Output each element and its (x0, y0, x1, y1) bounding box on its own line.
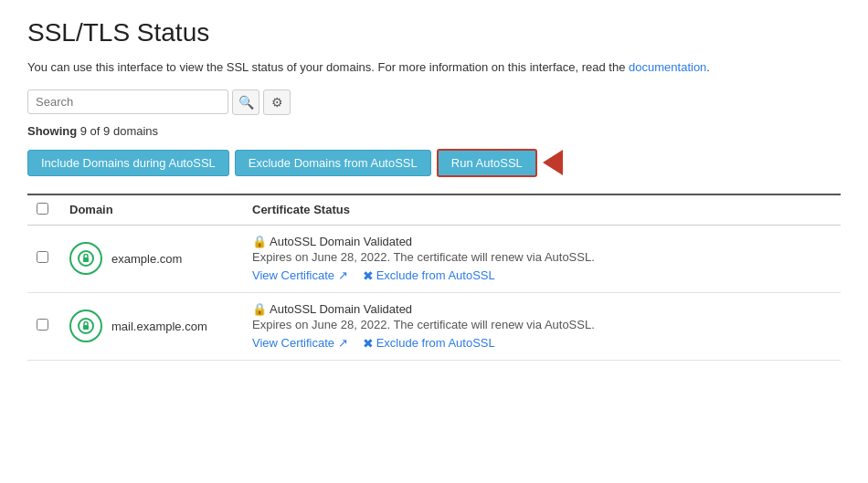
exclude-from-autossl-link-1[interactable]: Exclude from AutoSSL (376, 336, 495, 350)
status-lock-icon-1: 🔒 (252, 302, 267, 316)
search-input[interactable] (27, 89, 228, 114)
domain-icon-0 (69, 242, 102, 275)
cert-actions-0: View Certificate ↗ ✖ Exclude from AutoSS… (252, 268, 831, 283)
table-row: mail.example.com 🔒AutoSSL Domain Validat… (27, 292, 841, 360)
row-status-cell: 🔒AutoSSL Domain Validated Expires on Jun… (243, 292, 841, 360)
page-title: SSL/TLS Status (27, 18, 841, 47)
row-domain-cell: mail.example.com (60, 292, 243, 360)
exclude-icon-1: ✖ (363, 336, 374, 351)
showing-text: Showing 9 of 9 domains (27, 124, 841, 138)
domain-table-container: Domain Certificate Status ex (27, 194, 841, 361)
cert-expires-0: Expires on June 28, 2022. The certificat… (252, 250, 831, 264)
row-checkbox-1[interactable] (37, 319, 48, 331)
domain-name-1: mail.example.com (111, 320, 207, 333)
search-button[interactable]: 🔍 (232, 89, 259, 115)
row-checkbox-cell (27, 292, 60, 360)
svg-rect-3 (83, 325, 89, 330)
description-text: You can use this interface to view the S… (27, 60, 629, 74)
domain-table: Domain Certificate Status ex (27, 195, 841, 361)
view-certificate-link-1[interactable]: View Certificate ↗ (252, 336, 348, 350)
domain-name-0: example.com (111, 252, 182, 266)
lock-circle-icon (78, 250, 94, 267)
arrow-right-icon (543, 150, 563, 175)
row-checkbox-cell (27, 225, 60, 292)
include-domains-button[interactable]: Include Domains during AutoSSL (27, 150, 229, 176)
cert-expires-1: Expires on June 28, 2022. The certificat… (252, 318, 831, 331)
svg-rect-1 (83, 257, 89, 262)
gear-icon: ⚙ (271, 95, 283, 110)
exclude-from-autossl-link-0[interactable]: Exclude from AutoSSL (376, 268, 495, 282)
exclude-domains-button[interactable]: Exclude Domains from AutoSSL (235, 150, 431, 176)
row-status-cell: 🔒AutoSSL Domain Validated Expires on Jun… (243, 225, 841, 292)
domain-column-header: Domain (60, 195, 243, 226)
action-buttons: Include Domains during AutoSSL Exclude D… (27, 149, 841, 177)
select-all-header (27, 195, 60, 226)
domain-icon-1 (69, 310, 102, 342)
run-autossl-button[interactable]: Run AutoSSL (437, 149, 537, 177)
row-checkbox-0[interactable] (37, 251, 48, 263)
table-row: example.com 🔒AutoSSL Domain Validated Ex… (27, 225, 841, 292)
status-lock-icon-0: 🔒 (252, 235, 267, 248)
exclude-link-1: ✖ Exclude from AutoSSL (363, 336, 495, 351)
settings-button[interactable]: ⚙ (263, 89, 291, 115)
showing-count: 9 of 9 domains (80, 124, 158, 138)
cert-status-title-0: 🔒AutoSSL Domain Validated (252, 235, 831, 248)
page-description: You can use this interface to view the S… (27, 58, 841, 77)
showing-label: Showing (27, 124, 80, 138)
search-bar: 🔍 ⚙ (27, 89, 841, 115)
search-icon: 🔍 (238, 95, 254, 110)
cert-status-title-1: 🔒AutoSSL Domain Validated (252, 302, 831, 316)
exclude-link-0: ✖ Exclude from AutoSSL (363, 268, 495, 283)
table-header-row: Domain Certificate Status (27, 195, 841, 226)
view-certificate-link-0[interactable]: View Certificate ↗ (252, 268, 348, 282)
arrow-indicator (543, 150, 563, 175)
exclude-icon-0: ✖ (363, 268, 374, 283)
lock-circle-icon (78, 318, 94, 334)
cert-actions-1: View Certificate ↗ ✖ Exclude from AutoSS… (252, 336, 831, 351)
status-column-header: Certificate Status (243, 195, 841, 226)
row-domain-cell: example.com (60, 225, 243, 292)
select-all-checkbox[interactable] (37, 203, 48, 215)
documentation-link[interactable]: documentation (629, 60, 706, 74)
